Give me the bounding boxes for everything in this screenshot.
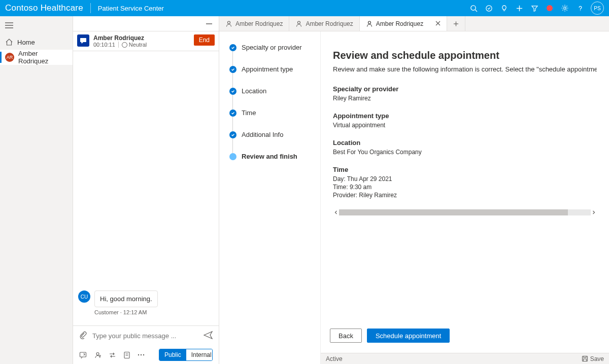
tab-label: Amber Rodriquez <box>235 20 283 27</box>
tab-label: Amber Rodriquez <box>376 20 423 27</box>
svg-point-12 <box>96 352 99 355</box>
svg-point-22 <box>368 21 370 24</box>
consult-icon[interactable] <box>94 351 101 359</box>
send-icon[interactable] <box>204 331 213 341</box>
field-label-specialty: Specialty or provider <box>333 85 597 93</box>
visibility-internal[interactable]: Internal <box>186 349 213 360</box>
compose-input[interactable] <box>92 332 198 340</box>
lightbulb-icon[interactable] <box>496 0 512 16</box>
field-value-time-day: Day: Thu Apr 29 2021 <box>333 175 597 183</box>
close-tab-icon[interactable] <box>435 20 441 27</box>
hamburger-menu[interactable] <box>0 16 73 34</box>
status-text: Active <box>321 355 343 362</box>
svg-rect-11 <box>80 352 86 357</box>
field-label-location: Location <box>333 139 597 147</box>
visibility-toggle: Public Internal <box>159 349 213 361</box>
new-tab-button[interactable] <box>447 16 465 31</box>
main-panel: Amber Rodriquez Amber Rodriquez Amber Ro… <box>219 16 609 364</box>
svg-line-1 <box>475 10 477 12</box>
field-label-time: Time <box>333 166 597 173</box>
conversation-timer: 00:10:11 <box>93 42 115 48</box>
svg-point-5 <box>564 7 566 10</box>
step-label: Additional Info <box>242 131 283 138</box>
svg-point-17 <box>138 354 139 355</box>
transfer-icon[interactable] <box>109 351 116 359</box>
step-label: Location <box>242 87 266 95</box>
step-additional-info[interactable]: Additional Info <box>229 131 314 138</box>
task-check-icon[interactable] <box>481 0 496 16</box>
notes-icon[interactable] <box>123 351 130 359</box>
quick-reply-icon[interactable] <box>79 351 87 359</box>
filter-icon[interactable] <box>527 0 542 16</box>
save-button[interactable]: Save <box>577 355 609 362</box>
tab-2[interactable]: Amber Rodriquez <box>289 16 359 31</box>
horizontal-scrollbar[interactable] <box>333 209 597 215</box>
end-conversation-button[interactable]: End <box>194 34 215 46</box>
message-bubble: Hi, good morning. <box>94 290 158 307</box>
save-label: Save <box>590 355 604 362</box>
nav-item-home[interactable]: Home <box>0 34 73 50</box>
review-page: Review and schedule appointment Review a… <box>321 31 609 329</box>
tab-1[interactable]: Amber Rodriquez <box>219 16 289 31</box>
step-specialty[interactable]: Specialty or provider <box>229 44 314 51</box>
message-avatar: CU <box>78 290 90 303</box>
back-button[interactable]: Back <box>330 329 362 343</box>
field-value-time-time: Time: 9:30 am <box>333 184 597 191</box>
tab-strip: Amber Rodriquez Amber Rodriquez Amber Ro… <box>219 16 609 31</box>
step-time[interactable]: Time <box>229 109 314 117</box>
scroll-left-icon[interactable] <box>333 209 339 215</box>
svg-rect-28 <box>584 356 586 358</box>
message-list: CU Hi, good morning. Customer · 12:12 AM <box>73 51 219 325</box>
page-title: Review and schedule appointment <box>333 50 597 61</box>
visibility-public[interactable]: Public <box>159 349 186 360</box>
step-label: Appointment type <box>242 65 293 73</box>
schedule-appointment-button[interactable]: Schedule appointment <box>367 329 450 343</box>
settings-gear-icon[interactable] <box>557 0 572 16</box>
search-icon[interactable] <box>466 0 481 16</box>
add-icon[interactable] <box>512 0 527 16</box>
top-app-bar: Contoso Healthcare Patient Service Cente… <box>0 0 609 16</box>
conversation-customer-name: Amber Rodriquez <box>93 34 194 42</box>
message-meta: Customer · 12:12 AM <box>94 309 214 315</box>
conversation-header: Amber Rodriquez 00:10:11 Neutral End <box>73 31 219 51</box>
more-icon[interactable] <box>138 354 145 356</box>
nav-item-session[interactable]: AR Amber Rodriquez <box>0 50 73 65</box>
app-subtitle: Patient Service Center <box>98 5 164 12</box>
sentiment-label: Neutral <box>129 42 147 48</box>
field-label-appointment-type: Appointment type <box>333 112 597 120</box>
field-value-specialty: Riley Ramirez <box>333 95 597 102</box>
step-location[interactable]: Location <box>229 87 314 95</box>
scrollbar-thumb[interactable] <box>339 209 568 215</box>
message-row: CU Hi, good morning. <box>78 290 214 307</box>
nav-rail: Home AR Amber Rodriquez <box>0 16 73 364</box>
svg-point-19 <box>143 354 144 355</box>
field-value-appointment-type: Virtual appointment <box>333 122 597 129</box>
chat-channel-icon <box>77 34 89 47</box>
session-avatar: AR <box>5 53 14 62</box>
step-label: Specialty or provider <box>242 44 302 51</box>
help-icon[interactable] <box>572 0 588 16</box>
step-review-finish[interactable]: Review and finish <box>229 153 314 160</box>
nav-item-label: Amber Rodriquez <box>18 50 67 65</box>
step-appointment-type[interactable]: Appointment type <box>229 65 314 73</box>
svg-point-18 <box>141 354 142 355</box>
svg-rect-10 <box>80 38 86 42</box>
tab-label: Amber Rodriquez <box>306 20 353 27</box>
svg-point-20 <box>228 21 230 24</box>
scroll-right-icon[interactable] <box>591 209 597 215</box>
step-label: Time <box>242 109 256 117</box>
svg-point-0 <box>470 5 475 10</box>
step-label: Review and finish <box>242 153 297 160</box>
notification-dot-icon[interactable] <box>542 0 557 16</box>
wizard-stepper: Specialty or provider Appointment type L… <box>219 31 321 364</box>
conversation-panel: Amber Rodriquez 00:10:11 Neutral End CU … <box>73 16 219 364</box>
svg-point-21 <box>298 21 300 24</box>
app-brand: Contoso Healthcare <box>5 3 91 13</box>
user-avatar[interactable]: PS <box>591 2 604 15</box>
field-value-location: Best For You Organics Company <box>333 149 597 156</box>
tab-3-active[interactable]: Amber Rodriquez <box>360 16 447 31</box>
minimize-panel-icon[interactable] <box>204 17 215 30</box>
field-value-time-provider: Provider: Riley Ramirez <box>333 192 597 199</box>
attach-icon[interactable] <box>79 331 87 341</box>
sentiment-indicator: Neutral <box>118 42 147 48</box>
